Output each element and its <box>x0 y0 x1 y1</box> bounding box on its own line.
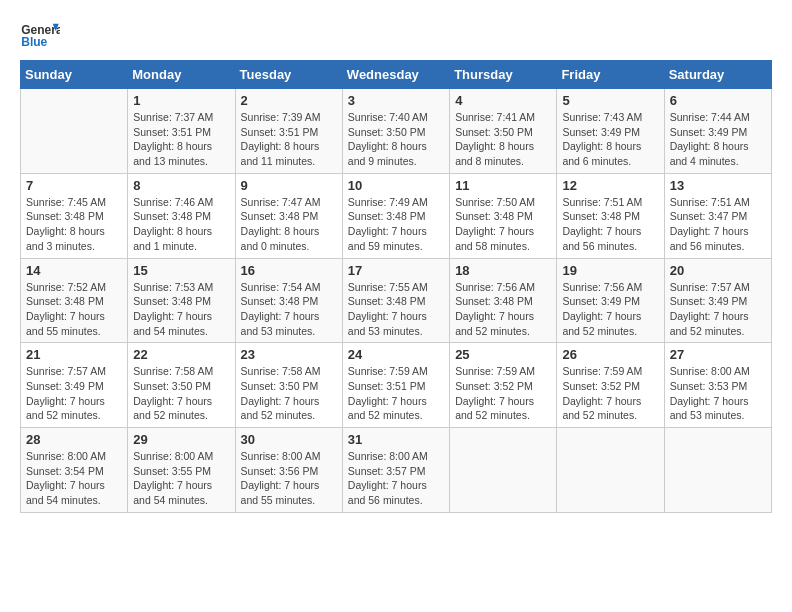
day-number: 8 <box>133 178 229 193</box>
day-cell: 13Sunrise: 7:51 AMSunset: 3:47 PMDayligh… <box>664 173 771 258</box>
day-number: 12 <box>562 178 658 193</box>
day-info: Sunrise: 7:45 AMSunset: 3:48 PMDaylight:… <box>26 195 122 254</box>
day-cell: 18Sunrise: 7:56 AMSunset: 3:48 PMDayligh… <box>450 258 557 343</box>
day-cell <box>21 89 128 174</box>
day-cell: 29Sunrise: 8:00 AMSunset: 3:55 PMDayligh… <box>128 428 235 513</box>
day-info: Sunrise: 7:37 AMSunset: 3:51 PMDaylight:… <box>133 110 229 169</box>
day-cell: 22Sunrise: 7:58 AMSunset: 3:50 PMDayligh… <box>128 343 235 428</box>
day-number: 23 <box>241 347 337 362</box>
day-info: Sunrise: 8:00 AMSunset: 3:53 PMDaylight:… <box>670 364 766 423</box>
column-header-thursday: Thursday <box>450 61 557 89</box>
day-info: Sunrise: 7:53 AMSunset: 3:48 PMDaylight:… <box>133 280 229 339</box>
day-cell: 3Sunrise: 7:40 AMSunset: 3:50 PMDaylight… <box>342 89 449 174</box>
day-number: 25 <box>455 347 551 362</box>
day-info: Sunrise: 8:00 AMSunset: 3:54 PMDaylight:… <box>26 449 122 508</box>
day-cell: 15Sunrise: 7:53 AMSunset: 3:48 PMDayligh… <box>128 258 235 343</box>
svg-text:Blue: Blue <box>21 35 47 49</box>
day-info: Sunrise: 7:58 AMSunset: 3:50 PMDaylight:… <box>133 364 229 423</box>
day-cell: 30Sunrise: 8:00 AMSunset: 3:56 PMDayligh… <box>235 428 342 513</box>
day-info: Sunrise: 7:55 AMSunset: 3:48 PMDaylight:… <box>348 280 444 339</box>
day-cell: 19Sunrise: 7:56 AMSunset: 3:49 PMDayligh… <box>557 258 664 343</box>
day-info: Sunrise: 7:40 AMSunset: 3:50 PMDaylight:… <box>348 110 444 169</box>
day-info: Sunrise: 7:43 AMSunset: 3:49 PMDaylight:… <box>562 110 658 169</box>
day-info: Sunrise: 7:54 AMSunset: 3:48 PMDaylight:… <box>241 280 337 339</box>
day-info: Sunrise: 7:47 AMSunset: 3:48 PMDaylight:… <box>241 195 337 254</box>
day-info: Sunrise: 7:57 AMSunset: 3:49 PMDaylight:… <box>26 364 122 423</box>
day-number: 9 <box>241 178 337 193</box>
day-cell: 26Sunrise: 7:59 AMSunset: 3:52 PMDayligh… <box>557 343 664 428</box>
day-number: 5 <box>562 93 658 108</box>
day-number: 11 <box>455 178 551 193</box>
day-cell: 23Sunrise: 7:58 AMSunset: 3:50 PMDayligh… <box>235 343 342 428</box>
day-cell: 24Sunrise: 7:59 AMSunset: 3:51 PMDayligh… <box>342 343 449 428</box>
day-info: Sunrise: 7:56 AMSunset: 3:49 PMDaylight:… <box>562 280 658 339</box>
day-cell <box>664 428 771 513</box>
column-header-sunday: Sunday <box>21 61 128 89</box>
day-cell: 8Sunrise: 7:46 AMSunset: 3:48 PMDaylight… <box>128 173 235 258</box>
column-header-wednesday: Wednesday <box>342 61 449 89</box>
calendar-table: SundayMondayTuesdayWednesdayThursdayFrid… <box>20 60 772 513</box>
day-number: 6 <box>670 93 766 108</box>
day-cell: 17Sunrise: 7:55 AMSunset: 3:48 PMDayligh… <box>342 258 449 343</box>
day-info: Sunrise: 7:46 AMSunset: 3:48 PMDaylight:… <box>133 195 229 254</box>
logo-icon: General Blue <box>20 20 60 50</box>
day-number: 29 <box>133 432 229 447</box>
day-info: Sunrise: 7:56 AMSunset: 3:48 PMDaylight:… <box>455 280 551 339</box>
day-info: Sunrise: 8:00 AMSunset: 3:56 PMDaylight:… <box>241 449 337 508</box>
day-info: Sunrise: 8:00 AMSunset: 3:57 PMDaylight:… <box>348 449 444 508</box>
day-number: 13 <box>670 178 766 193</box>
day-number: 22 <box>133 347 229 362</box>
day-info: Sunrise: 7:59 AMSunset: 3:52 PMDaylight:… <box>562 364 658 423</box>
day-number: 3 <box>348 93 444 108</box>
day-info: Sunrise: 7:51 AMSunset: 3:47 PMDaylight:… <box>670 195 766 254</box>
week-row-2: 7Sunrise: 7:45 AMSunset: 3:48 PMDaylight… <box>21 173 772 258</box>
day-info: Sunrise: 7:58 AMSunset: 3:50 PMDaylight:… <box>241 364 337 423</box>
day-cell: 28Sunrise: 8:00 AMSunset: 3:54 PMDayligh… <box>21 428 128 513</box>
day-cell: 21Sunrise: 7:57 AMSunset: 3:49 PMDayligh… <box>21 343 128 428</box>
day-number: 18 <box>455 263 551 278</box>
day-info: Sunrise: 7:50 AMSunset: 3:48 PMDaylight:… <box>455 195 551 254</box>
day-cell: 7Sunrise: 7:45 AMSunset: 3:48 PMDaylight… <box>21 173 128 258</box>
day-cell: 27Sunrise: 8:00 AMSunset: 3:53 PMDayligh… <box>664 343 771 428</box>
day-number: 16 <box>241 263 337 278</box>
day-info: Sunrise: 7:39 AMSunset: 3:51 PMDaylight:… <box>241 110 337 169</box>
day-cell: 12Sunrise: 7:51 AMSunset: 3:48 PMDayligh… <box>557 173 664 258</box>
day-number: 17 <box>348 263 444 278</box>
column-header-friday: Friday <box>557 61 664 89</box>
day-cell: 1Sunrise: 7:37 AMSunset: 3:51 PMDaylight… <box>128 89 235 174</box>
day-number: 21 <box>26 347 122 362</box>
day-number: 7 <box>26 178 122 193</box>
day-cell: 2Sunrise: 7:39 AMSunset: 3:51 PMDaylight… <box>235 89 342 174</box>
day-number: 26 <box>562 347 658 362</box>
day-cell: 16Sunrise: 7:54 AMSunset: 3:48 PMDayligh… <box>235 258 342 343</box>
day-cell: 20Sunrise: 7:57 AMSunset: 3:49 PMDayligh… <box>664 258 771 343</box>
day-info: Sunrise: 7:52 AMSunset: 3:48 PMDaylight:… <box>26 280 122 339</box>
day-cell: 31Sunrise: 8:00 AMSunset: 3:57 PMDayligh… <box>342 428 449 513</box>
day-number: 27 <box>670 347 766 362</box>
page-header: General Blue <box>20 20 772 50</box>
day-info: Sunrise: 7:49 AMSunset: 3:48 PMDaylight:… <box>348 195 444 254</box>
day-cell: 9Sunrise: 7:47 AMSunset: 3:48 PMDaylight… <box>235 173 342 258</box>
day-number: 19 <box>562 263 658 278</box>
column-header-saturday: Saturday <box>664 61 771 89</box>
column-header-monday: Monday <box>128 61 235 89</box>
day-number: 2 <box>241 93 337 108</box>
day-info: Sunrise: 7:57 AMSunset: 3:49 PMDaylight:… <box>670 280 766 339</box>
day-cell: 6Sunrise: 7:44 AMSunset: 3:49 PMDaylight… <box>664 89 771 174</box>
day-cell: 11Sunrise: 7:50 AMSunset: 3:48 PMDayligh… <box>450 173 557 258</box>
day-number: 15 <box>133 263 229 278</box>
day-cell <box>450 428 557 513</box>
day-info: Sunrise: 7:44 AMSunset: 3:49 PMDaylight:… <box>670 110 766 169</box>
day-number: 1 <box>133 93 229 108</box>
day-info: Sunrise: 7:59 AMSunset: 3:52 PMDaylight:… <box>455 364 551 423</box>
day-number: 31 <box>348 432 444 447</box>
day-number: 4 <box>455 93 551 108</box>
day-info: Sunrise: 7:41 AMSunset: 3:50 PMDaylight:… <box>455 110 551 169</box>
day-info: Sunrise: 8:00 AMSunset: 3:55 PMDaylight:… <box>133 449 229 508</box>
day-number: 10 <box>348 178 444 193</box>
column-header-tuesday: Tuesday <box>235 61 342 89</box>
day-info: Sunrise: 7:51 AMSunset: 3:48 PMDaylight:… <box>562 195 658 254</box>
day-number: 14 <box>26 263 122 278</box>
week-row-4: 21Sunrise: 7:57 AMSunset: 3:49 PMDayligh… <box>21 343 772 428</box>
day-cell: 5Sunrise: 7:43 AMSunset: 3:49 PMDaylight… <box>557 89 664 174</box>
